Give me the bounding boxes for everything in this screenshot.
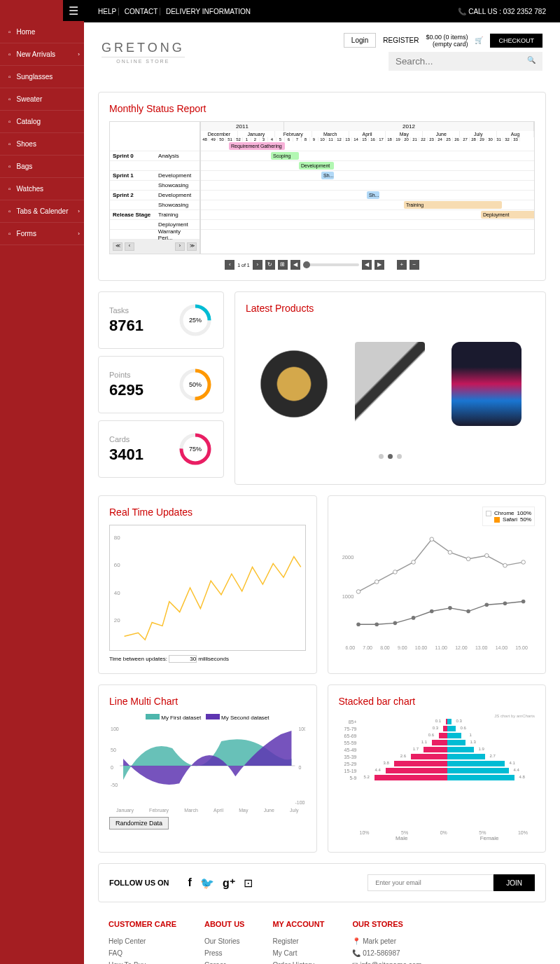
sidebar-item-forms[interactable]: ▫Forms›	[0, 223, 84, 245]
chevron-right-icon: ›	[78, 230, 80, 237]
gantt-next[interactable]: ›	[175, 242, 185, 251]
cart-icon[interactable]: 🛒	[475, 36, 483, 44]
product-watch[interactable]	[259, 342, 329, 426]
gantt-refresh[interactable]: ↻	[265, 260, 275, 270]
sidebar-item-catalog[interactable]: ▫Catalog	[0, 111, 84, 133]
footer-link[interactable]: Career	[204, 959, 244, 964]
footer-link[interactable]: Press	[204, 947, 244, 959]
gantt-bar[interactable]: Requirement Gathering	[229, 142, 285, 150]
footer-link[interactable]: FAQ	[108, 947, 176, 959]
gantt-tb-next[interactable]: ›	[253, 260, 262, 270]
call-us: 📞 CALL US : 032 2352 782	[458, 8, 546, 15]
sidebar-item-watches[interactable]: ▫Watches	[0, 178, 84, 200]
svg-point-20	[503, 563, 507, 567]
interval-input[interactable]	[169, 655, 197, 663]
sidebar-icon: ▫	[8, 118, 11, 125]
gantt-bar[interactable]: Development	[299, 162, 334, 170]
footer-link[interactable]: ✉ info@sitename.com	[352, 959, 421, 964]
instagram-icon[interactable]: ⊡	[244, 876, 253, 890]
footer-link[interactable]: 📞 012-586987	[352, 947, 421, 959]
gantt-zoom-in[interactable]: +	[397, 260, 407, 270]
sidebar-icon: ▫	[8, 73, 11, 81]
footer-col: OUR STORES📍 Mark peter📞 012-586987✉ info…	[352, 920, 421, 964]
login-button[interactable]: Login	[344, 33, 376, 48]
help-link[interactable]: HELP	[98, 8, 116, 15]
sidebar-icon: ▫	[8, 28, 11, 36]
search-input[interactable]	[396, 56, 527, 67]
gantt-last[interactable]: ≫	[187, 242, 197, 251]
checkout-button[interactable]: CHECKOUT	[490, 34, 542, 48]
register-link[interactable]: REGISTER	[383, 36, 419, 44]
sidebar-item-shoes[interactable]: ▫Shoes	[0, 133, 84, 156]
join-button[interactable]: JOIN	[493, 874, 535, 891]
chevron-right-icon: ›	[78, 208, 80, 214]
browser-chart: 20001000	[339, 526, 536, 645]
footer-link[interactable]: Our Stories	[204, 935, 244, 947]
svg-point-19	[484, 553, 489, 558]
search-icon[interactable]: 🔍	[527, 56, 536, 67]
twitter-icon[interactable]: 🐦	[200, 876, 214, 890]
sidebar-item-sunglasses[interactable]: ▫Sunglasses	[0, 66, 84, 88]
footer-link[interactable]: Register	[272, 935, 324, 947]
sidebar-item-sweater[interactable]: ▫Sweater	[0, 88, 84, 111]
svg-point-17	[448, 551, 452, 555]
gantt-tb-2[interactable]: ◀	[290, 260, 300, 270]
gantt-first[interactable]: ≪	[113, 242, 122, 251]
hamburger-icon[interactable]: ☰	[63, 0, 84, 21]
sidebar-item-new-arrivals[interactable]: ▫New Arrivals›	[0, 43, 84, 66]
email-input[interactable]	[368, 874, 493, 891]
carousel-dot-3[interactable]	[397, 454, 402, 459]
footer-link[interactable]: 📍 Mark peter	[352, 935, 421, 947]
search-box[interactable]: 🔍	[388, 52, 542, 71]
svg-point-12	[356, 590, 360, 594]
svg-point-25	[411, 616, 415, 620]
svg-point-24	[393, 621, 397, 626]
footer-link[interactable]: Help Center	[108, 935, 176, 947]
carousel-dot-1[interactable]	[379, 454, 384, 459]
svg-text:-100: -100	[295, 800, 304, 805]
product-speaker[interactable]	[451, 342, 522, 426]
products-panel: Latest Products	[234, 291, 546, 485]
footer-link[interactable]: Order History	[272, 959, 324, 964]
footer-link[interactable]: How To Buy	[108, 959, 176, 964]
browser-panel: Chrome100% Safari50% 20001000 6.007.008.…	[328, 495, 547, 674]
stacked-panel: Stacked bar chart JS chart by amCharts 8…	[328, 684, 547, 853]
gantt-bar[interactable]: Scoping	[271, 152, 299, 160]
cart-info[interactable]: $0.00 (0 items) (empty card)	[426, 34, 468, 48]
svg-point-31	[521, 600, 525, 604]
pyramid-chart: 85+0.10.375-790.30.665-690.6155-591.11.3…	[339, 718, 536, 830]
svg-point-22	[356, 622, 360, 626]
gantt-bar[interactable]: Deployment	[481, 211, 535, 219]
gantt-tb-3[interactable]: ◀	[362, 260, 372, 270]
gantt-bar[interactable]: Sh...	[367, 191, 379, 199]
randomize-button[interactable]: Randomize Data	[109, 817, 169, 829]
gantt-prev[interactable]: ‹	[125, 242, 134, 251]
header: GRETONG ONLINE STORE Login REGISTER $0.0…	[84, 22, 560, 81]
gantt-zoom-out[interactable]: −	[410, 260, 419, 270]
gantt-bar[interactable]: Sh...	[321, 172, 334, 179]
contact-link[interactable]: CONTACT	[118, 8, 158, 15]
sidebar-icon: ▫	[8, 95, 11, 103]
delivery-link[interactable]: DELIVERY INFORMATION	[160, 8, 251, 15]
svg-text:60: 60	[114, 562, 120, 568]
sidebar-item-bags[interactable]: ▫Bags	[0, 156, 84, 178]
svg-text:1000: 1000	[342, 593, 354, 600]
product-selfie-stick[interactable]	[355, 342, 425, 426]
gantt-tb-4[interactable]: ▶	[374, 260, 384, 270]
gantt-title: Monthly Status Report	[109, 103, 535, 114]
zoom-slider[interactable]	[303, 263, 359, 266]
stat-points: Points6295 50%	[98, 356, 224, 413]
gantt-tb-prev[interactable]: ‹	[225, 260, 234, 270]
sidebar-item-tabs-&-calender[interactable]: ▫Tabs & Calender›	[0, 200, 84, 223]
facebook-icon[interactable]: f	[188, 876, 192, 889]
svg-point-15	[411, 560, 415, 565]
svg-point-21	[521, 560, 525, 565]
footer-link[interactable]: My Cart	[272, 947, 324, 959]
topbar: HELP CONTACT DELIVERY INFORMATION 📞 CALL…	[84, 0, 560, 22]
sidebar-item-home[interactable]: ▫Home	[0, 21, 84, 43]
logo-block[interactable]: GRETONG ONLINE STORE	[102, 41, 185, 64]
gplus-icon[interactable]: g⁺	[223, 876, 235, 890]
carousel-dot-2[interactable]	[388, 454, 393, 459]
gantt-bar[interactable]: Training	[404, 201, 502, 209]
gantt-tb-1[interactable]: ⊞	[278, 260, 288, 270]
